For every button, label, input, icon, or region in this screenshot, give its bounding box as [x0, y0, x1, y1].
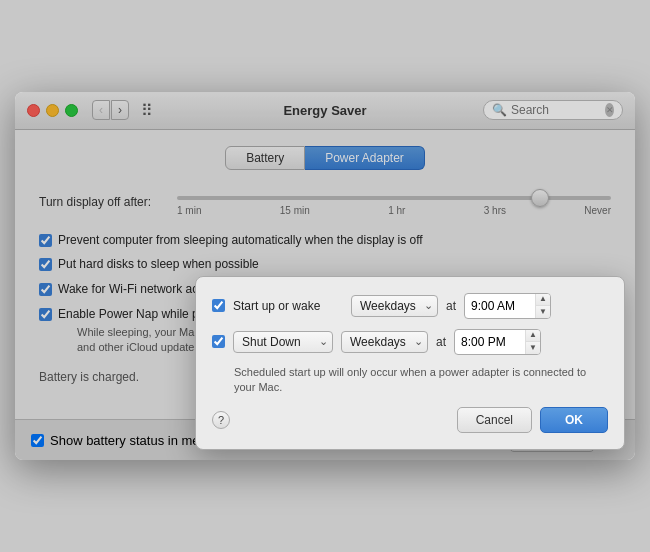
schedule-row2-checkbox[interactable]	[212, 335, 225, 348]
schedule-row1-days-select[interactable]: Weekdays Weekends Every Day	[351, 295, 438, 317]
schedule-row1-action-label: Start up or wake	[233, 299, 343, 313]
schedule-dialog: Start up or wake Weekdays Weekends Every…	[195, 276, 625, 451]
schedule-row2-at-label: at	[436, 335, 446, 349]
schedule-row1-time-stepper: ▲ ▼	[535, 294, 550, 318]
schedule-row2-time-stepper: ▲ ▼	[525, 330, 540, 354]
schedule-row2-days-select[interactable]: Weekdays Weekends Every Day	[341, 331, 428, 353]
dialog-help-button[interactable]: ?	[212, 411, 230, 429]
schedule-row1-days-wrapper: Weekdays Weekends Every Day	[351, 295, 438, 317]
schedule-row1-checkbox[interactable]	[212, 299, 225, 312]
schedule-row-1: Start up or wake Weekdays Weekends Every…	[212, 293, 608, 319]
schedule-row1-time-wrapper: ▲ ▼	[464, 293, 551, 319]
schedule-row1-time-input[interactable]	[465, 296, 535, 316]
ok-button[interactable]: OK	[540, 407, 608, 433]
schedule-row2-action-select[interactable]: Shut Down Sleep Restart	[233, 331, 333, 353]
dialog-footer: ? Cancel OK	[212, 407, 608, 433]
schedule-row2-action-wrapper: Shut Down Sleep Restart	[233, 331, 333, 353]
main-window: ✕ − + ‹ › ⠿ Energy Saver 🔍 ✕ Battery Pow…	[15, 92, 635, 461]
schedule-row2-time-down[interactable]: ▼	[526, 342, 540, 354]
schedule-row-2: Shut Down Sleep Restart Weekdays Weekend…	[212, 329, 608, 355]
schedule-row1-time-up[interactable]: ▲	[536, 294, 550, 307]
cancel-button[interactable]: Cancel	[457, 407, 532, 433]
dialog-note: Scheduled start up will only occur when …	[234, 365, 608, 396]
schedule-row2-time-up[interactable]: ▲	[526, 330, 540, 343]
schedule-row2-time-wrapper: ▲ ▼ ↖	[454, 329, 541, 355]
schedule-row1-at-label: at	[446, 299, 456, 313]
dialog-overlay: Start up or wake Weekdays Weekends Every…	[15, 92, 635, 461]
schedule-row1-time-down[interactable]: ▼	[536, 306, 550, 318]
dialog-action-buttons: Cancel OK	[457, 407, 608, 433]
schedule-row2-time-input[interactable]	[455, 332, 525, 352]
schedule-row2-days-wrapper: Weekdays Weekends Every Day	[341, 331, 428, 353]
